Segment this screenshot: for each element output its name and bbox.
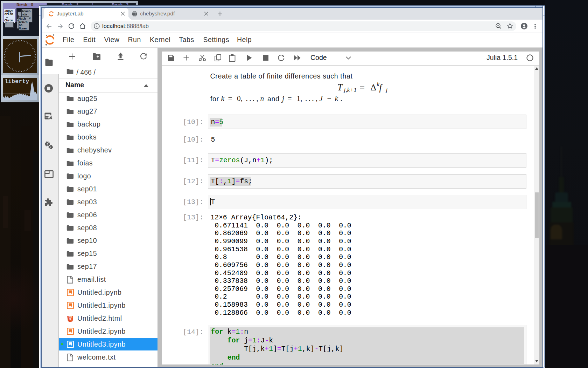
svg-text:HTML: HTML: [68, 316, 72, 318]
svg-text:5: 5: [69, 317, 71, 321]
